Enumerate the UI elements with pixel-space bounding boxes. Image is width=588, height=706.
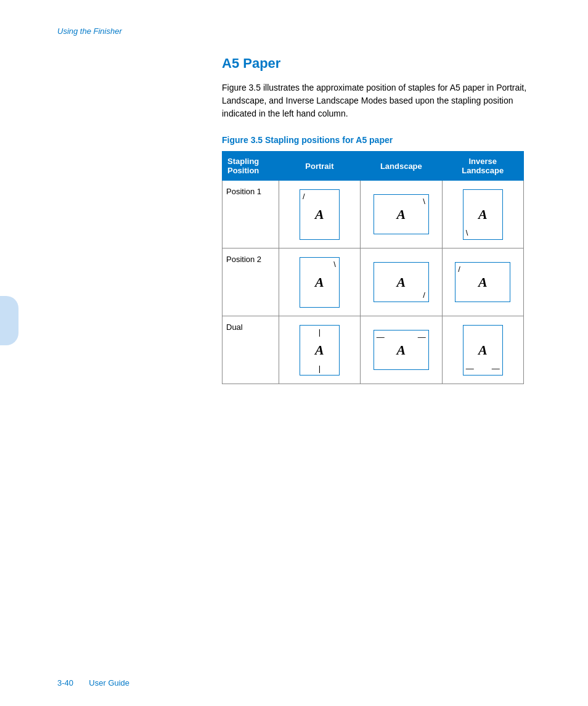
diagram-cell-dual-portrait: | A | — [279, 316, 360, 384]
letter-p1-inverse: A — [478, 207, 488, 223]
staple-p1-portrait: / — [303, 192, 305, 201]
paper-p1-landscape: \ A — [374, 194, 429, 234]
letter-dual-landscape: A — [397, 342, 406, 358]
staple-p1-landscape: \ — [423, 197, 425, 206]
letter-p2-portrait: A — [315, 274, 324, 290]
letter-p1-portrait: A — [315, 207, 324, 223]
diagram-cell-p2-inverse: / A — [442, 248, 523, 316]
paper-p1-inverse: \ A — [463, 189, 503, 240]
position-label-2: Position 2 — [223, 248, 279, 316]
col-header-portrait: Portrait — [279, 152, 360, 181]
diagram-cell-dual-inverse: — A — — [442, 316, 523, 384]
staple-p2-landscape: / — [423, 290, 425, 300]
stapling-table: StaplingPosition Portrait Landscape Inve… — [222, 151, 524, 384]
staple-dual-landscape-right: — — [418, 332, 426, 342]
diagram-cell-p1-inverse: \ A — [442, 181, 523, 248]
staple-p2-inverse: / — [458, 265, 460, 274]
paper-p2-landscape: / A — [374, 262, 429, 302]
staple-dual-inverse-left: — — [466, 364, 474, 373]
position-label-dual: Dual — [223, 316, 279, 384]
position-label-1: Position 1 — [223, 181, 279, 248]
table-row: Dual | A | — A — — [223, 316, 524, 384]
staple-dual-landscape-left: — — [377, 332, 385, 342]
staple-dual-portrait-top: | — [319, 327, 321, 337]
letter-p1-landscape: A — [397, 207, 406, 223]
diagram-cell-p1-portrait: / A — [279, 181, 360, 248]
table-row: Position 2 \ A / A / A — [223, 248, 524, 316]
table-header-row: StaplingPosition Portrait Landscape Inve… — [223, 152, 524, 181]
staple-dual-portrait-bottom: | — [319, 364, 321, 373]
breadcrumb: Using the Finisher — [57, 27, 122, 36]
letter-dual-inverse: A — [478, 342, 488, 358]
figure-caption: Figure 3.5 Stapling positions for A5 pap… — [222, 135, 549, 145]
col-header-inverse: InverseLandscape — [442, 152, 523, 181]
diagram-cell-p1-landscape: \ A — [361, 181, 442, 248]
letter-p2-inverse: A — [478, 274, 488, 290]
paper-dual-portrait: | A | — [300, 325, 340, 376]
paper-p2-inverse: / A — [455, 262, 510, 302]
page-footer: 3-40 User Guide — [57, 678, 129, 688]
staple-p1-inverse: \ — [466, 228, 468, 237]
main-content: A5 Paper Figure 3.5 illustrates the appr… — [222, 55, 549, 384]
diagram-cell-dual-landscape: — A — — [361, 316, 442, 384]
paper-dual-landscape: — A — — [374, 330, 429, 370]
col-header-landscape: Landscape — [361, 152, 442, 181]
page-number: 3-40 — [57, 678, 73, 688]
staple-p2-portrait: \ — [333, 260, 336, 269]
letter-dual-portrait: A — [315, 342, 324, 358]
side-tab — [0, 296, 18, 345]
letter-p2-landscape: A — [397, 274, 406, 290]
section-title: A5 Paper — [222, 55, 549, 72]
col-header-stapling: StaplingPosition — [223, 152, 279, 181]
table-row: Position 1 / A \ A \ A — [223, 181, 524, 248]
staple-dual-inverse-right: — — [492, 364, 500, 373]
page-header: Using the Finisher — [57, 26, 122, 36]
paper-p1-portrait: / A — [300, 189, 340, 240]
footer-label: User Guide — [89, 678, 129, 688]
diagram-cell-p2-landscape: / A — [361, 248, 442, 316]
intro-text: Figure 3.5 illustrates the approximate p… — [222, 81, 549, 120]
diagram-cell-p2-portrait: \ A — [279, 248, 360, 316]
paper-dual-inverse: — A — — [463, 325, 503, 376]
paper-p2-portrait: \ A — [300, 257, 340, 308]
